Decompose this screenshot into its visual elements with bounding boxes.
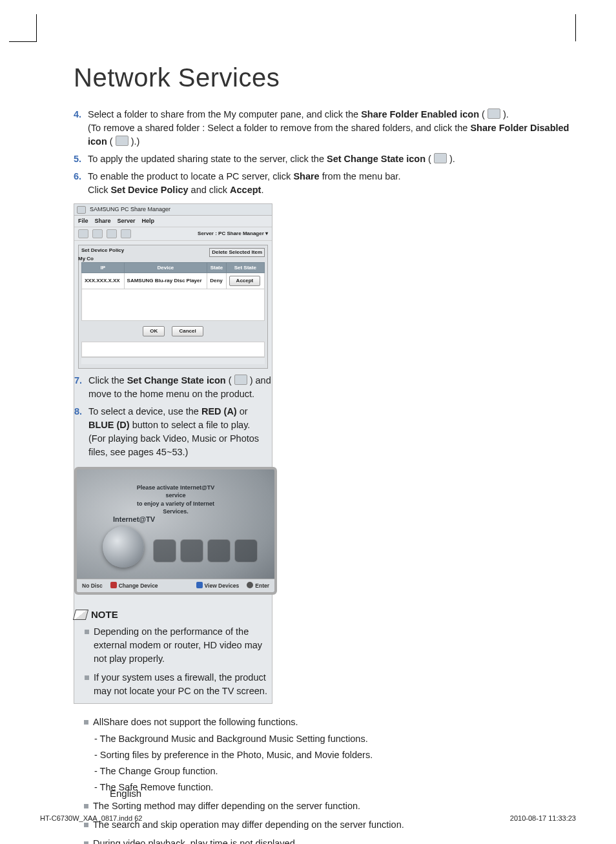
note-item: If your system uses a firewall, the prod…	[85, 671, 272, 698]
set-change-state-icon	[434, 153, 447, 163]
media-icon[interactable]	[180, 539, 203, 562]
note-icon	[73, 610, 88, 620]
dialog-title: Set Device Policy	[81, 247, 124, 253]
footer-timestamp: 2010-08-17 11:33:23	[510, 814, 576, 822]
share-enabled-icon	[488, 108, 500, 119]
menubar: File Share Server Help	[74, 216, 272, 227]
hint-view-devices: View Devices	[205, 582, 240, 589]
ok-button[interactable]: OK	[143, 326, 165, 336]
hint-enter: Enter	[255, 582, 269, 589]
disc-icon	[103, 526, 144, 568]
right-column: AllShare does not support the following …	[74, 715, 576, 844]
toolbar-icon[interactable]	[107, 229, 117, 238]
media-icon[interactable]	[153, 539, 176, 562]
scrollbar[interactable]	[81, 357, 265, 364]
sidebar-label: My Co	[78, 255, 94, 263]
print-footer: HT-C6730W_XAA_0817.indd 62 2010-08-17 11…	[40, 814, 576, 822]
crop-mark	[9, 14, 37, 42]
menu-help[interactable]: Help	[142, 217, 155, 225]
step-8: 8. To select a device, use the RED (A) o…	[74, 405, 272, 459]
cancel-button[interactable]: Cancel	[172, 326, 203, 336]
pc-share-manager-screenshot: SAMSUNG PC Share Manager File Share Serv…	[74, 203, 272, 704]
note-item: During video playback, play time is not …	[84, 837, 576, 844]
tv-home-screenshot: Please activate Internet@TV service to e…	[74, 467, 277, 595]
menu-server[interactable]: Server	[118, 217, 136, 225]
crop-mark	[575, 14, 576, 41]
internet-tv-label: Internet@TV	[113, 515, 155, 525]
language-label: English	[110, 788, 141, 799]
menu-file[interactable]: File	[78, 217, 88, 225]
toolbar-icon[interactable]	[121, 229, 131, 238]
device-policy-dialog: Set Device Policy Delete Selected Item I…	[78, 245, 268, 368]
media-icon[interactable]	[207, 539, 231, 562]
app-icon	[77, 206, 86, 214]
window-title: SAMSUNG PC Share Manager	[90, 205, 170, 214]
action-bar: No Disc Change Device View Devices Enter	[77, 579, 274, 592]
manual-page: Network Services 4. Select a folder to s…	[0, 0, 616, 844]
menu-share[interactable]: Share	[95, 217, 111, 225]
device-table: IP Device State Set State XXX.XXX.X.XX S…	[81, 262, 265, 321]
table-row[interactable]: XXX.XXX.X.XX SAMSUNG Blu-ray Disc Player…	[82, 273, 265, 289]
step-7: 7. Click the Set Change State icon ( ) a…	[74, 374, 272, 401]
left-column: 4. Select a folder to share from the My …	[74, 108, 576, 844]
toolbar-icon[interactable]	[92, 229, 103, 238]
accept-button[interactable]: Accept	[229, 276, 261, 286]
note-item: Depending on the performance of the exte…	[85, 625, 272, 666]
hint-change-device: Change Device	[119, 582, 158, 589]
page-title: Network Services	[74, 63, 576, 92]
server-label[interactable]: Server : PC Share Manager ▾	[198, 230, 268, 238]
step-4: 4. Select a folder to share from the My …	[74, 108, 576, 149]
share-disabled-icon	[116, 136, 128, 146]
media-icon[interactable]	[234, 539, 258, 562]
toolbar-icon[interactable]	[78, 229, 88, 238]
status-no-disc: No Disc	[82, 582, 103, 590]
step-5: 5. To apply the updated sharing state to…	[74, 152, 576, 166]
note-item: AllShare does not support the following …	[84, 715, 576, 794]
footer-file: HT-C6730W_XAA_0817.indd 62	[40, 814, 142, 822]
note-item: The Sorting method may differ depending …	[84, 799, 576, 813]
delete-selected-button[interactable]: Delete Selected Item	[209, 248, 265, 257]
note-heading: NOTE	[74, 608, 272, 622]
set-change-state-icon	[234, 375, 247, 385]
step-6: 6. To enable the product to locate a PC …	[74, 170, 576, 197]
